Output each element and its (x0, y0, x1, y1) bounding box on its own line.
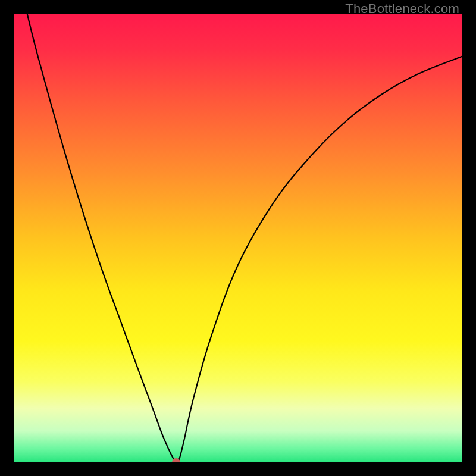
bottleneck-chart (14, 14, 462, 462)
watermark-text: TheBottleneck.com (345, 1, 459, 17)
gradient-background (14, 14, 462, 462)
chart-frame (14, 14, 462, 462)
